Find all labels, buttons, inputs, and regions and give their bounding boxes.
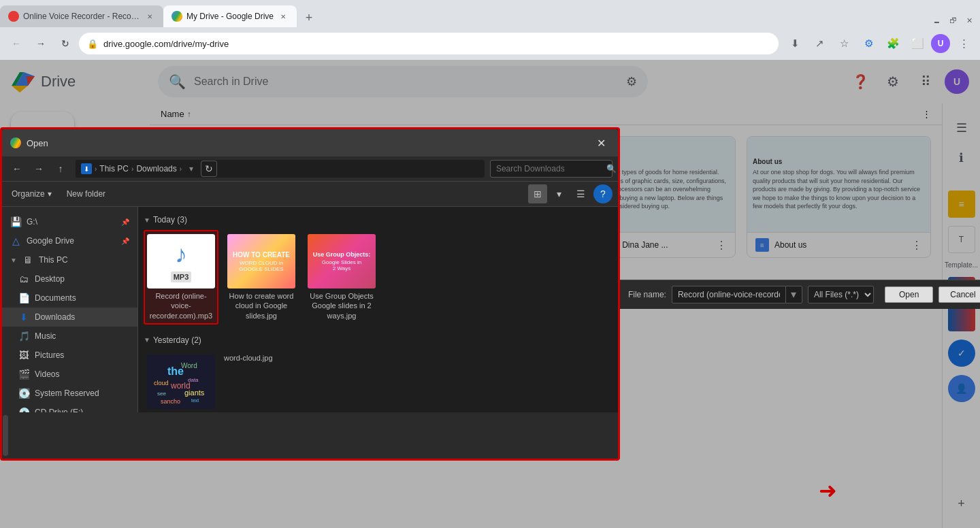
- tab-my-drive[interactable]: My Drive - Google Drive ✕: [163, 5, 297, 27]
- download-icon[interactable]: ⬇: [784, 33, 806, 54]
- bc-this-pc[interactable]: This PC: [99, 164, 129, 174]
- maximize-button[interactable]: 🗗: [947, 15, 958, 26]
- filename-dropdown[interactable]: ▾: [785, 286, 802, 303]
- today-section-header[interactable]: ▼ Today (3): [144, 212, 612, 230]
- d-sidebar-arrow-pc: ▼: [10, 257, 17, 264]
- list-view-button[interactable]: ▾: [550, 184, 569, 203]
- bc-refresh-button[interactable]: ↻: [201, 161, 217, 177]
- d-sidebar-music-icon: 🎵: [18, 331, 29, 342]
- d-file-name-wc: How to create word cloud in Google slide…: [228, 291, 295, 320]
- d-sidebar-downloads[interactable]: ⬇ Downloads: [2, 308, 137, 327]
- svg-text:cloud: cloud: [154, 380, 169, 386]
- dialog-search-input[interactable]: [491, 164, 604, 174]
- new-tab-button[interactable]: +: [299, 8, 318, 27]
- d-sidebar-documents[interactable]: 📄 Documents: [2, 288, 137, 308]
- bc-downloads[interactable]: Downloads: [136, 164, 176, 174]
- google-account-icon[interactable]: ⚙: [858, 33, 879, 54]
- d-sidebar-videos-label: Videos: [35, 369, 59, 379]
- d-sidebar-music-label: Music: [35, 331, 56, 341]
- filename-input-wrap[interactable]: ▾: [672, 286, 802, 303]
- close-window-button[interactable]: ✕: [964, 15, 975, 26]
- lock-icon: 🔒: [87, 39, 98, 49]
- d-sidebar-google-drive[interactable]: △ Google Drive 📌: [2, 231, 137, 250]
- drive-app: Drive 🔍 ⚙ ❓ ⚙ ⠿ U + New 🗂 My Drive ▶ Sha…: [0, 60, 980, 528]
- footer-buttons: Open Cancel: [885, 286, 980, 303]
- dialog-back-button[interactable]: ←: [7, 159, 27, 178]
- minimize-button[interactable]: 🗕: [931, 15, 942, 26]
- d-sidebar-desktop[interactable]: 🗂 Desktop: [2, 269, 137, 288]
- open-button[interactable]: Open: [885, 286, 933, 303]
- dialog-forward-button[interactable]: →: [29, 159, 48, 178]
- dialog-toolbar: Organize ▾ New folder ⊞ ▾ ☰ ?: [2, 182, 618, 207]
- dialog-scrollbar[interactable]: [2, 412, 9, 459]
- d-sidebar-pictures[interactable]: 🖼 Pictures: [2, 346, 137, 365]
- d-file-thumb-mp3: ♪ MP3: [147, 234, 215, 288]
- svg-text:data: data: [188, 377, 199, 383]
- back-button[interactable]: ←: [5, 33, 27, 54]
- dialog-up-button[interactable]: ↑: [51, 159, 70, 178]
- d-sidebar-cd-icon: 💿: [18, 407, 29, 412]
- yesterday-arrow: ▼: [144, 336, 150, 344]
- d-sidebar-gdrive-label: Google Drive: [27, 236, 74, 246]
- split-view-icon[interactable]: ⬜: [906, 33, 928, 54]
- d-file-thumb-wc1: the Word cloud world data see giants san…: [147, 354, 215, 409]
- dialog-title-bar: Open ✕: [2, 129, 618, 156]
- dialog-search[interactable]: 🔍: [490, 160, 612, 178]
- dialog-search-icon: 🔍: [604, 164, 619, 174]
- tab-voice-recorder[interactable]: Online Voice Recorder - Record... ✕: [0, 5, 163, 27]
- yesterday-section-header[interactable]: ▼ Yesterday (2): [144, 333, 612, 350]
- address-bar-row: ← → ↻ 🔒 drive.google.com/drive/my-drive …: [0, 27, 980, 60]
- d-sidebar-pin-2: 📌: [121, 237, 129, 245]
- bc-dropdown[interactable]: ▾: [184, 162, 198, 176]
- extensions-icon[interactable]: 🧩: [882, 33, 904, 54]
- menu-icon[interactable]: ⋮: [953, 33, 975, 54]
- forward-button[interactable]: →: [30, 33, 52, 54]
- d-file-groupobj-jpg[interactable]: Use Group Objects: Google Slides in 2 Wa…: [304, 230, 379, 325]
- d-sidebar-cd-drive[interactable]: 💿 CD Drive (E:): [2, 403, 137, 412]
- d-file-wc1[interactable]: the Word cloud world data see giants san…: [144, 350, 218, 412]
- d-sidebar-g-drive[interactable]: 💾 G:\ 📌: [2, 212, 137, 231]
- details-view-button[interactable]: ☰: [572, 184, 591, 203]
- dialog-main: ▼ Today (3) ♪ MP3 Record (: [138, 207, 618, 412]
- dialog-logo-icon: [10, 137, 21, 148]
- cancel-button[interactable]: Cancel: [938, 286, 980, 303]
- dialog-overlay: Open ✕ ← → ↑ ⬇ › This PC › Downloads › ▾: [0, 60, 980, 528]
- new-folder-button[interactable]: New folder: [61, 186, 111, 201]
- browser-right-icons: ⬇ ↗ ☆ ⚙ 🧩 ⬜ U ⋮: [784, 33, 975, 54]
- d-sidebar-music[interactable]: 🎵 Music: [2, 327, 137, 346]
- dialog-close-button[interactable]: ✕: [593, 135, 610, 151]
- svg-text:giants: giants: [184, 389, 205, 397]
- d-file-thumb-go: Use Group Objects: Google Slides in 2 Wa…: [308, 234, 376, 288]
- dialog-nav-bar: ← → ↑ ⬇ › This PC › Downloads › ▾ ↻: [2, 156, 618, 182]
- tab-label-1: Online Voice Recorder - Record...: [23, 12, 140, 21]
- bc-separator-1: ›: [95, 165, 97, 173]
- d-sidebar-videos-icon: 🎬: [18, 369, 29, 380]
- view-buttons: ⊞ ▾ ☰ ?: [528, 184, 612, 203]
- d-file-mp3[interactable]: ♪ MP3 Record (online-voice-recorder.com)…: [144, 230, 218, 325]
- address-bar[interactable]: 🔒 drive.google.com/drive/my-drive: [79, 33, 779, 54]
- scroll-thumb[interactable]: [3, 415, 8, 456]
- d-sidebar-system-reserved[interactable]: 💽 System Reserved: [2, 384, 137, 403]
- profile-avatar[interactable]: U: [931, 34, 950, 53]
- grid-view-button[interactable]: ⊞: [528, 184, 547, 203]
- d-sidebar-videos[interactable]: 🎬 Videos: [2, 365, 137, 384]
- d-sidebar-desktop-icon: 🗂: [18, 274, 29, 284]
- browser-chrome: Online Voice Recorder - Record... ✕ My D…: [0, 0, 980, 60]
- tab-bar: Online Voice Recorder - Record... ✕ My D…: [0, 0, 980, 27]
- filetype-select[interactable]: All Files (*.*): [808, 286, 874, 303]
- filename-input[interactable]: [672, 290, 785, 299]
- organize-button[interactable]: Organize ▾: [7, 186, 56, 201]
- d-file-wordcloud-jpg[interactable]: HOW TO CREATE WORD CLOUD in GOOGLE SLIDE…: [224, 230, 299, 325]
- help-view-button[interactable]: ?: [593, 184, 612, 203]
- tab-close-1[interactable]: ✕: [144, 11, 155, 22]
- tab-close-2[interactable]: ✕: [278, 11, 289, 22]
- share-icon[interactable]: ↗: [808, 33, 830, 54]
- d-sidebar-this-pc[interactable]: ▼ 🖥 This PC: [2, 250, 137, 269]
- bc-separator-2: ›: [131, 165, 133, 173]
- d-file-name-wc1: word-cloud.jpg: [224, 353, 273, 412]
- dialog-sidebar: 💾 G:\ 📌 △ Google Drive 📌 ▼ 🖥 This PC: [2, 207, 138, 412]
- d-file-name-mp3: Record (online-voice-recorder.com).mp3: [148, 291, 214, 320]
- reload-button[interactable]: ↻: [54, 33, 76, 54]
- bookmark-icon[interactable]: ☆: [833, 33, 855, 54]
- dialog-title: Open: [27, 138, 588, 148]
